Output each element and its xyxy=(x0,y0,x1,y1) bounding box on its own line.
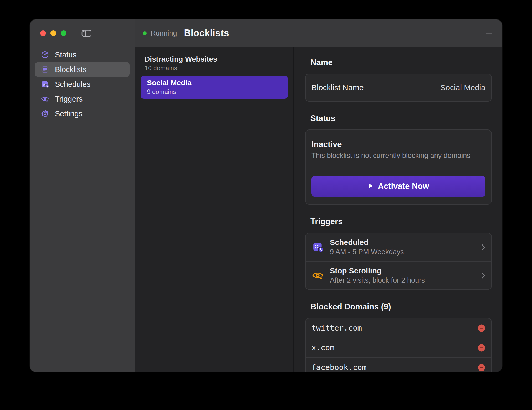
name-field-label: Blocklist Name xyxy=(311,83,364,92)
blocklist-name-field[interactable]: Blocklist Name Social Media xyxy=(305,74,492,102)
eye-alert-icon xyxy=(41,95,49,103)
minus-circle-icon xyxy=(478,329,485,333)
status-card: Inactive This blocklist is not currently… xyxy=(305,129,492,205)
gauge-icon xyxy=(41,51,49,59)
add-blocklist-button[interactable] xyxy=(485,29,493,37)
activate-now-button[interactable]: Activate Now xyxy=(311,176,485,197)
sidebar-item-settings[interactable]: Settings xyxy=(35,106,130,121)
trigger-subtitle: After 2 visits, block for 2 hours xyxy=(330,276,425,285)
domain-name: twitter.com xyxy=(311,324,362,332)
divider xyxy=(311,168,485,168)
blocklist-item-count: 10 domains xyxy=(145,64,288,72)
blocklist-item-name: Distracting Websites xyxy=(145,55,288,64)
running-status-label: Running xyxy=(151,29,177,37)
domain-row: twitter.com xyxy=(306,318,491,338)
name-section-header: Name xyxy=(310,58,492,67)
content-area: Distracting Websites 10 domains Social M… xyxy=(135,47,502,372)
status-state: Inactive xyxy=(311,139,485,149)
triggers-section-header: Triggers xyxy=(310,217,492,226)
triggers-card: Scheduled 9 AM - 5 PM Weekdays xyxy=(305,233,492,290)
sidebar-item-schedules[interactable]: Schedules xyxy=(35,77,130,92)
app-window: Status Blocklists xyxy=(30,19,502,372)
sidebar: Status Blocklists xyxy=(30,19,135,372)
gear-icon xyxy=(41,109,49,118)
sidebar-item-status[interactable]: Status xyxy=(35,47,130,62)
name-field-value[interactable]: Social Media xyxy=(440,83,485,92)
sidebar-item-triggers[interactable]: Triggers xyxy=(35,92,130,106)
remove-domain-button[interactable] xyxy=(478,344,485,352)
remove-domain-button[interactable] xyxy=(478,324,485,332)
trigger-row-scheduled[interactable]: Scheduled 9 AM - 5 PM Weekdays xyxy=(306,233,491,261)
blocklist-item-count: 9 domains xyxy=(147,88,282,96)
sidebar-toggle-button[interactable] xyxy=(81,29,92,37)
sidebar-nav: Status Blocklists xyxy=(30,47,135,121)
window-controls xyxy=(40,30,66,36)
sidebar-toggle-icon xyxy=(81,34,92,38)
sidebar-item-blocklists[interactable]: Blocklists xyxy=(35,62,130,77)
blocklist-detail-panel: Name Blocklist Name Social Media Status … xyxy=(294,47,502,372)
sidebar-item-label: Status xyxy=(55,51,76,59)
activate-now-label: Activate Now xyxy=(378,182,429,191)
remove-domain-button[interactable] xyxy=(478,364,485,372)
list-icon xyxy=(41,65,49,74)
main-area: Running Blocklists Distracting Websites … xyxy=(135,19,502,372)
blocklist-item-name: Social Media xyxy=(147,78,282,87)
blocklist-list: Distracting Websites 10 domains Social M… xyxy=(135,47,294,372)
chevron-right-icon xyxy=(481,272,485,279)
domains-section-header: Blocked Domains (9) xyxy=(310,302,492,312)
calendar-clock-icon xyxy=(41,80,49,88)
trigger-title: Scheduled xyxy=(330,238,404,247)
plus-icon xyxy=(485,34,493,38)
trigger-subtitle: 9 AM - 5 PM Weekdays xyxy=(330,248,404,256)
domain-name: x.com xyxy=(311,343,334,352)
toolbar: Running Blocklists xyxy=(135,19,502,47)
minus-circle-icon xyxy=(478,349,485,353)
sidebar-item-label: Settings xyxy=(55,109,83,118)
calendar-clock-icon xyxy=(311,241,324,253)
domain-row: x.com xyxy=(306,338,491,357)
sidebar-item-label: Triggers xyxy=(55,95,83,103)
chevron-right-icon xyxy=(481,244,485,251)
desktop: Status Blocklists xyxy=(0,0,532,410)
blocklist-item-social-media[interactable]: Social Media 9 domains xyxy=(141,76,288,99)
trigger-title: Stop Scrolling xyxy=(330,266,425,276)
blocklist-item-distracting-websites[interactable]: Distracting Websites 10 domains xyxy=(135,52,293,75)
play-icon xyxy=(368,182,373,191)
status-section-header: Status xyxy=(310,114,492,123)
zoom-button[interactable] xyxy=(61,30,66,36)
running-status-dot xyxy=(143,31,147,35)
blocked-domains-card: twitter.com x.com xyxy=(305,318,492,372)
domain-row: facebook.com xyxy=(306,357,491,372)
sidebar-item-label: Schedules xyxy=(55,80,90,89)
trigger-row-stop-scrolling[interactable]: Stop Scrolling After 2 visits, block for… xyxy=(306,261,491,289)
close-button[interactable] xyxy=(40,30,46,36)
page-title: Blocklists xyxy=(184,28,229,39)
status-description: This blocklist is not currently blocking… xyxy=(311,151,485,160)
sidebar-item-label: Blocklists xyxy=(55,65,87,74)
minus-circle-icon xyxy=(478,368,485,372)
minimize-button[interactable] xyxy=(50,30,56,36)
domain-name: facebook.com xyxy=(311,363,367,372)
eye-alert-icon xyxy=(311,270,324,281)
